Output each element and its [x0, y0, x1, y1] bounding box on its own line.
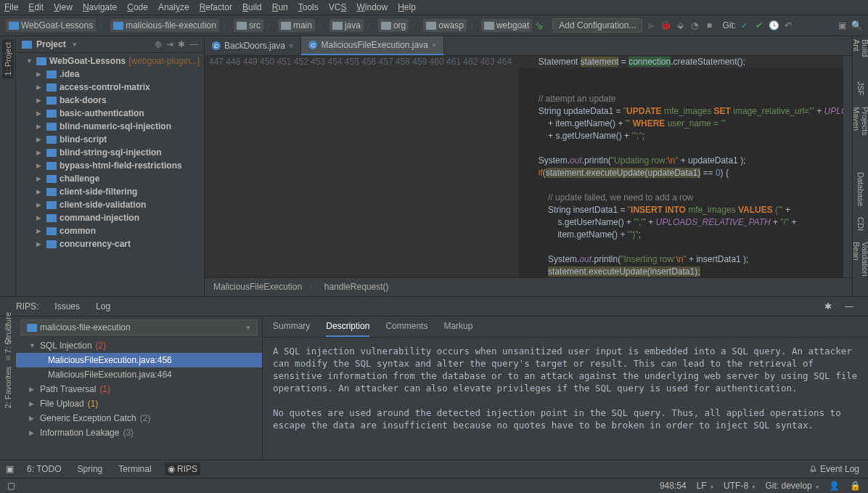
- debug-icon[interactable]: 🐞: [660, 20, 671, 31]
- tree-item[interactable]: ▶command-injection: [16, 211, 204, 224]
- rips-issue-tree[interactable]: ▼SQL Injection (2)MaliciousFileExecution…: [16, 338, 262, 460]
- menu-refactor[interactable]: Refactor: [200, 2, 232, 12]
- project-tool-tab[interactable]: 1: Project: [2, 39, 14, 78]
- menu-build[interactable]: Build: [242, 2, 262, 12]
- close-icon[interactable]: ×: [289, 41, 293, 50]
- breadcrumb-item[interactable]: owasp: [423, 19, 467, 32]
- menu-code[interactable]: Code: [127, 2, 148, 12]
- breadcrumb-item[interactable]: WebGoat-Lessons: [6, 19, 96, 32]
- favorites-tool-tab[interactable]: 2: Favorites: [4, 367, 12, 408]
- stop-icon[interactable]: ■: [703, 20, 715, 31]
- profile-icon[interactable]: ◔: [689, 20, 700, 31]
- right-tool-tab[interactable]: CDI: [856, 217, 865, 231]
- code-content[interactable]: Statement statement = connection.createS…: [519, 56, 843, 277]
- rips-detail-tab[interactable]: Markup: [443, 317, 472, 337]
- rips-detail-tab[interactable]: Summary: [273, 317, 310, 337]
- git-history-icon[interactable]: 🕓: [768, 20, 779, 31]
- menu-file[interactable]: File: [4, 2, 18, 12]
- add-configuration-button[interactable]: Add Configuration...: [552, 18, 642, 33]
- status-toggle-icon[interactable]: ▢: [7, 481, 15, 491]
- bottom-tool-tab[interactable]: Spring: [75, 463, 106, 476]
- menu-help[interactable]: Help: [398, 2, 416, 12]
- hide-icon[interactable]: —: [189, 39, 198, 49]
- lock-icon[interactable]: 🔒: [850, 481, 861, 491]
- editor-tab[interactable]: CMaliciousFileExecution.java×: [301, 36, 444, 55]
- rips-issue-row[interactable]: MaliciousFileExecution.java:464: [16, 367, 262, 382]
- cursor-position[interactable]: 948:54: [660, 481, 687, 491]
- breadcrumb-item[interactable]: java: [329, 19, 364, 32]
- rips-issue-row[interactable]: ▶File Upload (1): [16, 396, 262, 411]
- rips-issue-row[interactable]: ▶Information Leakage (3): [16, 425, 262, 440]
- run-icon[interactable]: ▶: [645, 20, 657, 31]
- breadcrumb-item[interactable]: org: [378, 19, 409, 32]
- settings-icon[interactable]: ✱: [178, 39, 185, 49]
- crumb-class[interactable]: MaliciousFileExecution: [213, 282, 302, 292]
- right-tool-tab[interactable]: JSF: [856, 81, 865, 96]
- rips-log-tab[interactable]: Log: [94, 298, 112, 314]
- event-log-button[interactable]: 🕭 Event Log: [806, 463, 862, 476]
- build-icon[interactable]: ⇘: [535, 20, 544, 31]
- error-stripe[interactable]: [843, 56, 852, 277]
- scroll-from-source-icon[interactable]: ⊕: [155, 39, 162, 49]
- rips-issue-row[interactable]: ▶Path Traversal (1): [16, 382, 262, 396]
- tree-item[interactable]: ▶back-doors: [16, 94, 204, 107]
- tree-item[interactable]: ▶.idea: [16, 68, 204, 81]
- rips-hide-icon[interactable]: —: [845, 301, 853, 311]
- git-commit-icon[interactable]: ✔: [753, 20, 765, 31]
- tree-item[interactable]: ▶bypass-html-field-restrictions: [16, 159, 204, 172]
- rips-project-dropdown[interactable]: malicious-file-execution ▼: [20, 319, 258, 335]
- menu-view[interactable]: View: [54, 2, 73, 12]
- tree-root[interactable]: ▼WebGoat-Lessons [webgoat-plugin...]: [16, 54, 204, 68]
- rips-issues-tab[interactable]: Issues: [53, 298, 81, 314]
- coverage-icon[interactable]: ⬙: [674, 20, 686, 31]
- rips-issue-row[interactable]: ▼SQL Injection (2): [16, 338, 262, 353]
- editor-tab[interactable]: CBackDoors.java×: [205, 36, 301, 55]
- tree-item[interactable]: ▶common: [16, 224, 204, 237]
- tool-windows-icon[interactable]: ▣: [6, 464, 14, 474]
- rips-issue-row[interactable]: ▶Generic Exception Catch (2): [16, 411, 262, 425]
- tree-item[interactable]: ▶basic-authentication: [16, 107, 204, 120]
- tree-item[interactable]: ▶blind-script: [16, 133, 204, 146]
- rips-settings-icon[interactable]: ✱: [824, 301, 832, 311]
- code-editor[interactable]: 447 448 449 450 451 452 453 454 455 456 …: [205, 56, 852, 277]
- right-tool-tab[interactable]: Maven Projects: [852, 107, 869, 161]
- bottom-tool-tab[interactable]: 6: TODO: [24, 463, 65, 476]
- git-update-icon[interactable]: ✓: [739, 20, 750, 31]
- right-tool-tab[interactable]: Bean Validation: [852, 242, 869, 296]
- breadcrumb-item[interactable]: main: [278, 19, 315, 32]
- inspection-icon[interactable]: 👤: [829, 481, 840, 491]
- collapse-all-icon[interactable]: ⇥: [166, 39, 173, 49]
- menu-vcs[interactable]: VCS: [329, 2, 347, 12]
- structure-tool-tab[interactable]: 7: Structure: [4, 312, 12, 354]
- line-separator[interactable]: LF ♦: [697, 481, 713, 491]
- breadcrumb-item[interactable]: src: [234, 19, 263, 32]
- menu-edit[interactable]: Edit: [28, 2, 44, 12]
- bottom-tool-tab[interactable]: Terminal: [115, 463, 154, 476]
- git-branch[interactable]: Git: develop ♦: [766, 481, 819, 491]
- project-tree[interactable]: ▼WebGoat-Lessons [webgoat-plugin...]▶.id…: [16, 53, 204, 296]
- tree-item[interactable]: ▶blind-numeric-sql-injection: [16, 120, 204, 133]
- editor-breadcrumb[interactable]: MaliciousFileExecution 〉 handleRequest(): [205, 277, 852, 296]
- rips-detail-tab[interactable]: Comments: [385, 317, 427, 337]
- tree-item[interactable]: ▶client-side-filtering: [16, 185, 204, 198]
- right-tool-tab[interactable]: Ant Build: [852, 39, 869, 70]
- bottom-tool-tab[interactable]: ◉ RIPS: [165, 463, 200, 476]
- crumb-method[interactable]: handleRequest(): [324, 282, 389, 292]
- git-revert-icon[interactable]: ↶: [782, 20, 794, 31]
- rips-description-text[interactable]: A SQL injection vulnerability occurs whe…: [263, 338, 868, 460]
- menu-run[interactable]: Run: [272, 2, 288, 12]
- menu-analyze[interactable]: Analyze: [158, 2, 189, 12]
- rips-issue-row[interactable]: MaliciousFileExecution.java:456: [16, 353, 262, 367]
- project-view-dropdown[interactable]: ▼: [72, 41, 78, 48]
- search-everywhere-icon[interactable]: 🔍: [851, 20, 862, 31]
- tree-item[interactable]: ▶concurrency-cart: [16, 237, 204, 250]
- menu-navigate[interactable]: Navigate: [83, 2, 117, 12]
- tree-item[interactable]: ▶blind-string-sql-injection: [16, 146, 204, 159]
- tree-item[interactable]: ▶challenge: [16, 172, 204, 185]
- breadcrumb-item[interactable]: malicious-file-execution: [110, 19, 219, 32]
- menu-tools[interactable]: Tools: [298, 2, 319, 12]
- breadcrumb-item[interactable]: webgoat: [481, 19, 532, 32]
- tree-item[interactable]: ▶client-side-validation: [16, 198, 204, 211]
- right-tool-tab[interactable]: Database: [856, 172, 865, 206]
- close-icon[interactable]: ×: [432, 41, 436, 49]
